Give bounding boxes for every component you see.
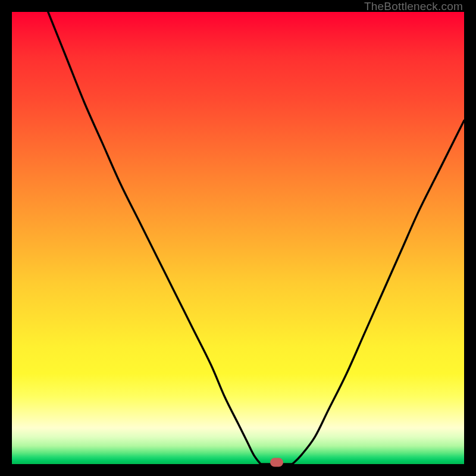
bottleneck-curve — [12, 12, 464, 464]
chart-container: TheBottleneck.com — [0, 0, 476, 476]
right-curve-path — [292, 120, 464, 464]
left-curve-path — [48, 12, 261, 464]
optimal-point-marker — [270, 458, 283, 467]
watermark-text: TheBottleneck.com — [364, 0, 463, 13]
